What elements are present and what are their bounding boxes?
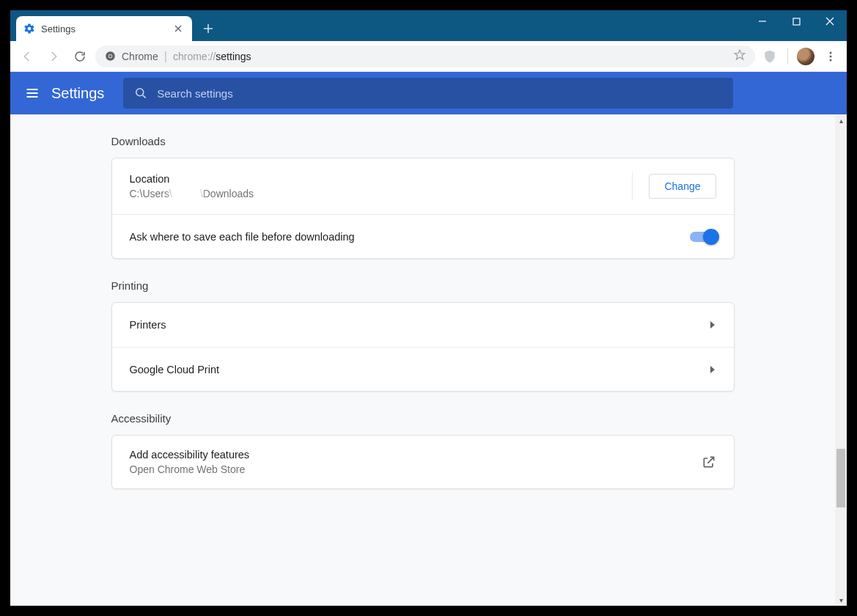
browser-toolbar: Chrome | chrome://settings	[10, 41, 847, 72]
change-location-button[interactable]: Change	[649, 174, 716, 199]
toolbar-divider	[787, 48, 788, 65]
settings-content-area: Downloads Location C:\Users\\Downloads C…	[10, 114, 847, 606]
scroll-up-arrow-icon[interactable]: ▴	[835, 114, 847, 126]
settings-header: Settings	[10, 72, 847, 114]
chrome-icon	[104, 51, 116, 62]
settings-search-box[interactable]	[123, 78, 733, 109]
new-tab-button[interactable]	[198, 18, 218, 39]
bookmark-star-icon[interactable]	[733, 48, 746, 65]
omnibox-url-scheme: chrome://	[173, 51, 216, 62]
download-location-value: C:\Users\\Downloads	[130, 188, 621, 199]
window-minimize-button[interactable]	[746, 10, 779, 32]
ask-before-download-toggle[interactable]	[690, 232, 716, 242]
google-cloud-print-label: Google Cloud Print	[130, 364, 697, 375]
tab-title: Settings	[41, 23, 172, 34]
svg-point-3	[108, 55, 111, 58]
titlebar: Settings	[10, 10, 847, 41]
download-location-label: Location	[130, 173, 621, 185]
add-accessibility-features-row[interactable]: Add accessibility features Open Chrome W…	[112, 436, 734, 488]
settings-gear-icon	[23, 23, 35, 34]
redacted-username	[173, 189, 199, 199]
scrollbar-thumb[interactable]	[836, 449, 845, 507]
browser-menu-button[interactable]	[820, 46, 841, 67]
svg-point-5	[830, 55, 832, 57]
add-accessibility-sub: Open Chrome Web Store	[130, 463, 690, 475]
chevron-right-icon	[709, 320, 716, 329]
svg-point-7	[136, 89, 144, 96]
reload-button[interactable]	[69, 45, 91, 67]
omnibox-url-path: settings	[216, 51, 251, 62]
scroll-down-arrow-icon[interactable]: ▾	[835, 594, 847, 606]
downloads-card: Location C:\Users\\Downloads Change Ask …	[111, 158, 735, 259]
chevron-right-icon	[709, 365, 716, 374]
chrome-window: Settings	[10, 10, 847, 606]
window-controls	[746, 10, 847, 35]
section-header-printing: Printing	[111, 259, 735, 302]
printers-label: Printers	[130, 319, 697, 331]
profile-avatar[interactable]	[795, 46, 816, 67]
section-header-accessibility: Accessibility	[111, 392, 735, 435]
ask-before-download-row: Ask where to save each file before downl…	[112, 214, 734, 258]
scrollbar-track[interactable]	[835, 126, 847, 594]
extension-shield-icon[interactable]	[759, 46, 780, 67]
omnibox[interactable]: Chrome | chrome://settings	[95, 45, 755, 67]
printers-row[interactable]: Printers	[112, 303, 734, 347]
download-location-row: Location C:\Users\\Downloads Change	[112, 158, 734, 214]
external-link-icon	[702, 455, 716, 469]
omnibox-origin: Chrome	[122, 51, 158, 62]
add-accessibility-label: Add accessibility features	[130, 449, 690, 461]
search-icon	[133, 86, 148, 100]
section-header-downloads: Downloads	[111, 114, 735, 158]
google-cloud-print-row[interactable]: Google Cloud Print	[112, 347, 734, 391]
vertical-scrollbar[interactable]: ▴ ▾	[835, 114, 847, 606]
printing-card: Printers Google Cloud Print	[111, 302, 735, 392]
menu-hamburger-icon[interactable]	[23, 84, 41, 102]
svg-rect-0	[793, 18, 800, 25]
svg-point-4	[830, 51, 832, 54]
omnibox-separator: |	[164, 50, 167, 63]
settings-title: Settings	[51, 85, 104, 102]
forward-button[interactable]	[43, 45, 65, 67]
accessibility-card: Add accessibility features Open Chrome W…	[111, 435, 735, 489]
window-close-button[interactable]	[813, 10, 847, 32]
tab-close-icon[interactable]	[172, 22, 185, 35]
browser-tab[interactable]: Settings	[16, 16, 192, 41]
window-maximize-button[interactable]	[779, 10, 813, 32]
svg-point-6	[830, 59, 832, 61]
ask-before-download-label: Ask where to save each file before downl…	[130, 231, 678, 243]
search-input[interactable]	[157, 87, 723, 100]
back-button[interactable]	[16, 45, 38, 67]
